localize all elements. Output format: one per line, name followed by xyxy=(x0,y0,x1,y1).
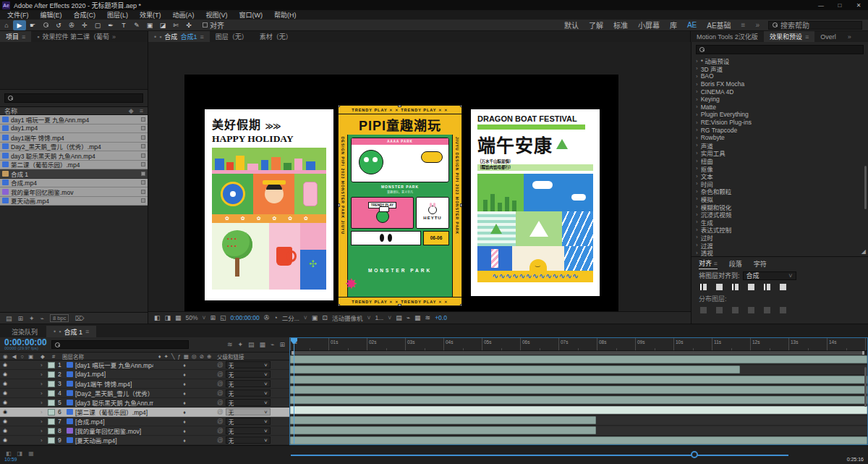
pickwhip-icon[interactable]: @ xyxy=(217,380,224,387)
expand-arrow-icon[interactable]: › xyxy=(41,437,48,444)
distribute-right-button[interactable] xyxy=(780,307,786,313)
layer-name[interactable]: [day3 聪乐黑天鹅 九鱼Ann.mp4] xyxy=(75,398,153,407)
expand-arrow-icon[interactable]: › xyxy=(696,180,698,187)
label-color-swatch[interactable] xyxy=(48,418,55,425)
timeline-layer-row[interactable]: ◉ › 6 [第二课（葡萄乐园）.mp4] ♦ @ 无˅ xyxy=(0,408,289,417)
timeline-nav-knob[interactable] xyxy=(691,451,698,458)
expand-arrow-icon[interactable]: › xyxy=(696,81,698,88)
visibility-eye-icon[interactable]: ◉ xyxy=(3,437,13,443)
project-item[interactable]: day1端午 馋馋.mp4 xyxy=(0,133,148,143)
tab-paragraph[interactable]: 段落 xyxy=(729,259,742,269)
snap-checkbox[interactable] xyxy=(203,22,208,28)
tag-column-icon[interactable]: ◆ xyxy=(129,107,134,114)
project-item-name[interactable]: Day2_黑天鹅_雪儿（优秀）.mp4 xyxy=(11,142,139,151)
label-color-swatch[interactable] xyxy=(48,400,55,406)
distribute-bottom-button[interactable] xyxy=(732,307,739,313)
layer-track[interactable] xyxy=(290,386,867,395)
label-color-swatch[interactable] xyxy=(48,409,55,416)
expand-arrow-icon[interactable]: › xyxy=(696,158,698,164)
tab-motion-tools[interactable]: Motion Tools 2汉化版 xyxy=(691,31,764,42)
effects-category-row[interactable]: › 实用工具 xyxy=(692,149,868,157)
project-item-name[interactable]: day3 聪乐黑天鹅 九鱼Ann.mp4 xyxy=(11,151,139,160)
effects-category-row[interactable]: › 扭曲 xyxy=(692,157,868,165)
visibility-eye-icon[interactable]: ◉ xyxy=(3,400,13,405)
effects-category-label[interactable]: RE:Vision Plug-ins xyxy=(701,119,752,126)
menu-item[interactable]: 文件(F) xyxy=(7,10,29,20)
expand-arrow-icon[interactable]: › xyxy=(696,234,698,240)
work-area-bar[interactable] xyxy=(290,351,867,355)
pen-tool-icon[interactable]: ✒ xyxy=(104,20,117,30)
layer-switches[interactable]: ♦ xyxy=(153,419,217,424)
timeline-button-icon[interactable]: ▦ xyxy=(414,314,421,321)
trash-icon[interactable]: ⌦ xyxy=(75,315,84,322)
tab-character[interactable]: 字符 xyxy=(754,259,767,269)
selection-handle[interactable] xyxy=(338,203,340,207)
expand-arrow-icon[interactable]: › xyxy=(696,135,698,141)
expand-arrow-icon[interactable]: › xyxy=(696,203,698,210)
layer-track[interactable] xyxy=(290,426,867,436)
timeline-layer-row[interactable]: ◉ › 5 [day3 聪乐黑天鹅 九鱼Ann.mp4] ♦ @ 无˅ xyxy=(0,398,289,408)
composition-flowchart-icon[interactable]: ≋ xyxy=(227,341,233,348)
tab-composition[interactable]: •▪ 合成合成1 ≡ xyxy=(148,31,210,42)
layer-duration-bar[interactable] xyxy=(290,436,867,444)
workspace-more-icon[interactable]: » xyxy=(755,21,760,29)
layer-switches[interactable]: ♦ xyxy=(153,363,217,368)
expand-arrow-icon[interactable]: › xyxy=(696,250,698,256)
new-folder-icon[interactable]: ⊞ xyxy=(18,315,24,322)
layer-duration-bar[interactable] xyxy=(290,416,596,424)
transparency-grid-icon[interactable]: ⊡ xyxy=(322,314,328,321)
layer-track[interactable] xyxy=(290,406,867,416)
layer-track[interactable] xyxy=(290,396,867,405)
project-item-name[interactable]: 我的童年回忆图鉴.mov xyxy=(11,187,139,196)
project-item-name[interactable]: day1.mp4 xyxy=(11,125,139,132)
timeline-nav-scrollbar[interactable] xyxy=(291,455,788,456)
effects-category-row[interactable]: › 抠像 xyxy=(692,164,868,172)
clone-stamp-tool-icon[interactable]: ▣ xyxy=(143,20,156,30)
camera-view-select[interactable]: 活动摄像机 xyxy=(332,313,363,322)
effects-category-row[interactable]: › 透视 xyxy=(692,249,868,257)
workspace-tab[interactable]: 小屏幕 xyxy=(638,20,660,30)
parent-select[interactable]: 无˅ xyxy=(226,371,271,378)
effects-category-row[interactable]: › Rowbyte xyxy=(692,134,868,142)
selection-handle[interactable] xyxy=(460,203,462,207)
effects-category-row[interactable]: › 杂色和颗粒 xyxy=(692,187,868,195)
effects-category-row[interactable]: › CINEMA 4D xyxy=(692,88,868,96)
tab-overlord[interactable]: Overl xyxy=(814,31,842,42)
layer-name[interactable]: [Day2_黑天鹅_雪儿（优秀）.mp4] xyxy=(75,389,153,397)
workspace-tab[interactable]: 默认 xyxy=(564,20,579,30)
rotate-tool-icon[interactable]: ↺ xyxy=(52,20,65,30)
expand-arrow-icon[interactable]: › xyxy=(41,418,48,425)
layer-name[interactable]: [day1 唱玩一夏 九鱼Ann.mp4] xyxy=(75,360,153,369)
channels-icon[interactable]: ◔ xyxy=(273,314,277,321)
expand-arrow-icon[interactable]: › xyxy=(696,173,698,180)
timeline-layer-row[interactable]: ◉ › 9 [夏天动画.mp4] ♦ @ 无˅ xyxy=(0,436,289,445)
effects-scrollbar[interactable] xyxy=(864,166,867,209)
pickwhip-icon[interactable]: @ xyxy=(217,389,224,397)
tag-cell[interactable] xyxy=(141,198,145,203)
effects-category-row[interactable]: › BAO xyxy=(692,72,868,80)
menu-item[interactable]: 视图(V) xyxy=(206,10,228,20)
bit-depth-button[interactable]: 8 bpc xyxy=(50,314,69,322)
snapshot-icon[interactable]: ✇ xyxy=(264,314,270,321)
timeline-track-area[interactable]: 0s 01s 02s 03s 04s 05s 06s 07s 08s xyxy=(289,337,868,445)
distribute-center-v-button[interactable] xyxy=(716,307,723,313)
layer-duration-bar[interactable] xyxy=(290,355,867,363)
adjust-icon[interactable]: ⌁ xyxy=(41,315,44,322)
puppet-tool-icon[interactable]: ✜ xyxy=(182,20,195,30)
draft-3d-icon[interactable]: ✦ xyxy=(237,341,243,348)
type-tool-icon[interactable]: T xyxy=(117,20,130,30)
workspace-tab[interactable]: 了解 xyxy=(589,20,603,30)
timeline-layer-row[interactable]: ◉ › 7 [合成.mp4] ♦ @ 无˅ xyxy=(0,417,289,426)
layer-name[interactable]: [我的童年回忆图鉴.mov] xyxy=(75,426,141,435)
tab-align[interactable]: 对齐 ≡ xyxy=(699,258,718,269)
layer-duration-bar[interactable] xyxy=(290,366,740,374)
tab-footage[interactable]: 素材（无） xyxy=(254,31,298,42)
project-item-name[interactable]: 夏天动画.mp4 xyxy=(11,196,139,205)
motion-blur-icon[interactable]: ⌁ xyxy=(271,341,274,348)
effects-category-row[interactable]: › Keying xyxy=(692,96,868,104)
layer-switches[interactable]: ♦ xyxy=(153,429,217,434)
label-color-swatch[interactable] xyxy=(48,437,55,444)
expand-arrow-icon[interactable]: › xyxy=(696,88,698,95)
poster-happy-holiday[interactable]: 美好假期 ≫≫ HAPPY HOLIDAY xyxy=(205,109,333,300)
tag-cell[interactable] xyxy=(141,153,145,158)
